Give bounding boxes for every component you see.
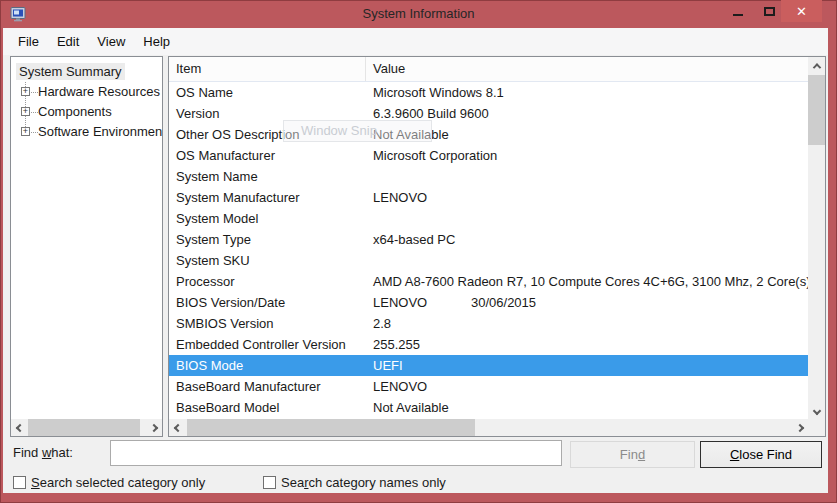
scroll-left-button[interactable] [11, 419, 28, 436]
tree-children: +Hardware Resources+Components+Software … [11, 82, 162, 142]
chevron-right-icon [149, 423, 157, 431]
column-header-item[interactable]: Item [169, 57, 366, 81]
column-header-value[interactable]: Value [366, 57, 808, 81]
item-cell: BaseBoard Model [169, 397, 366, 418]
maximize-button[interactable] [755, 0, 783, 22]
window-content: FileEditViewHelp System Summary +Hardwar… [3, 28, 828, 493]
checkbox-label: Search category names only [281, 475, 446, 490]
table-row[interactable]: SMBIOS Version2.8 [169, 313, 808, 334]
expand-plus-icon[interactable]: + [21, 127, 30, 136]
tree-item-label: Software Environment [38, 122, 162, 142]
scroll-right-button[interactable] [145, 419, 162, 436]
scrollbar-corner [808, 419, 825, 436]
find-button[interactable]: Find [570, 441, 695, 468]
search-category-names-checkbox[interactable]: Search category names only [263, 475, 446, 490]
menu-item-edit[interactable]: Edit [48, 28, 88, 55]
tree-item-software-environment[interactable]: +Software Environment [11, 122, 162, 142]
expand-plus-icon[interactable]: + [21, 87, 30, 96]
table-row[interactable]: ProcessorAMD A8-7600 Radeon R7, 10 Compu… [169, 271, 808, 292]
value-cell: 2.8 [366, 313, 808, 334]
item-cell: System Manufacturer [169, 187, 366, 208]
tree-item-components[interactable]: +Components [11, 102, 162, 122]
tree-item-label: Components [38, 102, 112, 122]
tree-item-hardware-resources[interactable]: +Hardware Resources [11, 82, 162, 102]
table-row[interactable]: System Model [169, 208, 808, 229]
table-row[interactable]: BaseBoard ModelNot Available [169, 397, 808, 418]
tree-connector-dots [31, 112, 38, 113]
item-cell: SMBIOS Version [169, 313, 366, 334]
table-row[interactable]: Embedded Controller Version255.255 [169, 334, 808, 355]
value-cell [366, 208, 808, 229]
value-cell: LENOVO30/06/2015 [366, 292, 808, 313]
tree-item-system-summary[interactable]: System Summary [11, 62, 162, 82]
value-cell: 255.255 [366, 334, 808, 355]
maximize-icon [764, 7, 775, 16]
close-button[interactable]: ✕ [781, 0, 822, 22]
item-cell: Processor [169, 271, 366, 292]
list-rows: OS NameMicrosoft Windows 8.1Version6.3.9… [169, 82, 808, 419]
value-cell: Microsoft Corporation [366, 145, 808, 166]
item-cell: BaseBoard Manufacturer [169, 376, 366, 397]
chevron-up-icon [812, 63, 820, 71]
list-vertical-scrollbar[interactable] [808, 57, 825, 419]
table-row[interactable]: Version6.3.9600 Build 9600 [169, 103, 808, 124]
table-row[interactable]: BIOS Version/DateLENOVO30/06/2015 [169, 292, 808, 313]
value-cell: LENOVO [366, 376, 808, 397]
value-cell: 6.3.9600 Build 9600 [366, 103, 808, 124]
value-cell: LENOVO [366, 187, 808, 208]
scrollbar-thumb[interactable] [187, 419, 475, 436]
item-cell: System Type [169, 229, 366, 250]
chevron-left-icon [173, 423, 181, 431]
item-cell: System SKU [169, 250, 366, 271]
scrollbar-thumb[interactable] [808, 75, 825, 145]
tree-connector-dots [31, 92, 38, 93]
chevron-left-icon [15, 423, 23, 431]
value-cell: x64-based PC [366, 229, 808, 250]
list-horizontal-scrollbar[interactable] [169, 419, 808, 436]
table-row[interactable]: OS ManufacturerMicrosoft Corporation [169, 145, 808, 166]
checkbox-icon [263, 476, 276, 489]
scroll-left-button[interactable] [169, 419, 186, 436]
value-cell: Not Available [366, 397, 808, 418]
item-cell: System Model [169, 208, 366, 229]
scrollbar-thumb[interactable] [28, 419, 140, 436]
menubar: FileEditViewHelp [3, 28, 828, 55]
value-cell [366, 250, 808, 271]
titlebar: System Information ✕ [0, 0, 837, 28]
checkbox-label: Search selected category only [31, 475, 205, 490]
minimize-icon [733, 14, 743, 16]
close-find-button[interactable]: Close Find [700, 441, 822, 468]
menu-item-help[interactable]: Help [134, 28, 179, 55]
tree-item-label: System Summary [16, 63, 125, 80]
table-row[interactable]: System SKU [169, 250, 808, 271]
value-cell: AMD A8-7600 Radeon R7, 10 Compute Cores … [366, 271, 808, 292]
expand-plus-icon[interactable]: + [21, 107, 30, 116]
scroll-up-button[interactable] [808, 57, 825, 74]
scroll-right-button[interactable] [791, 419, 808, 436]
table-row[interactable]: OS NameMicrosoft Windows 8.1 [169, 82, 808, 103]
item-cell: OS Name [169, 82, 366, 103]
item-cell: BIOS Version/Date [169, 292, 366, 313]
tree-horizontal-scrollbar[interactable] [11, 419, 162, 436]
table-row[interactable]: Other OS DescriptionNot Available [169, 124, 808, 145]
value-cell: UEFI [366, 355, 808, 376]
minimize-button[interactable] [724, 0, 752, 22]
tree-area: System Summary +Hardware Resources+Compo… [11, 57, 162, 419]
value-cell: Microsoft Windows 8.1 [366, 82, 808, 103]
table-row[interactable]: System Name [169, 166, 808, 187]
search-selected-category-checkbox[interactable]: Search selected category only [13, 475, 205, 490]
table-row[interactable]: BIOS ModeUEFI [169, 355, 808, 376]
window-title: System Information [0, 0, 837, 28]
menu-item-view[interactable]: View [88, 28, 134, 55]
value-cell: Not Available [366, 124, 808, 145]
menu-item-file[interactable]: File [9, 28, 48, 55]
table-row[interactable]: BaseBoard ManufacturerLENOVO [169, 376, 808, 397]
scroll-down-button[interactable] [808, 402, 825, 419]
find-what-label: Find what: [13, 440, 73, 466]
system-information-window: System Information ✕ FileEditViewHelp Sy… [0, 0, 837, 503]
find-input[interactable] [110, 440, 562, 466]
item-cell: BIOS Mode [169, 355, 366, 376]
table-row[interactable]: System Typex64-based PC [169, 229, 808, 250]
table-row[interactable]: System ManufacturerLENOVO [169, 187, 808, 208]
value-cell [366, 166, 808, 187]
